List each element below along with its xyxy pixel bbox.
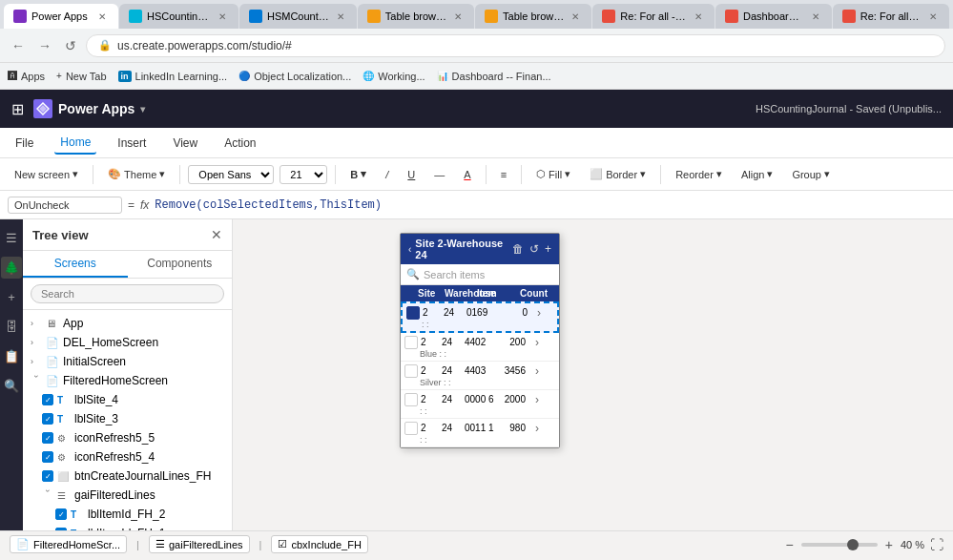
row-0-arrow-icon[interactable]: › <box>528 306 541 320</box>
tree-item-lblsite3[interactable]: ✓ T lblSite_3 <box>23 409 232 428</box>
tree-item-lblsite4[interactable]: ✓ T lblSite_4 <box>23 390 232 409</box>
plus-icon[interactable]: + <box>5 286 18 308</box>
iconrefresh5-4-checkbox[interactable]: ✓ <box>42 451 53 463</box>
expand-icon[interactable]: ⛶ <box>930 537 943 552</box>
font-select[interactable]: Open Sans <box>188 165 274 184</box>
gallery-row-2[interactable]: 2 24 4403 3456 › Silver : : <box>401 362 559 390</box>
tree-item-filtered-home[interactable]: › 📄 FilteredHomeScreen <box>23 371 232 390</box>
tab-email1[interactable]: Re: For all - Su... ✕ <box>592 4 715 29</box>
gallery-row-4-checkbox[interactable] <box>404 422 418 435</box>
font-size-select[interactable]: 21 <box>280 165 327 184</box>
tab-hs1[interactable]: HSCountingJo... ✕ <box>119 4 238 29</box>
btncreate-checkbox[interactable]: ✓ <box>42 470 53 482</box>
menu-home[interactable]: Home <box>54 132 96 155</box>
tree-item-gaifilteredlines[interactable]: › ☰ gaiFilteredLines <box>23 486 232 505</box>
tab-close-email2[interactable]: ✕ <box>926 10 940 23</box>
gallery-row-0-checkbox[interactable] <box>406 306 420 320</box>
bookmark-linkedin[interactable]: in LinkedIn Learning... <box>118 71 228 82</box>
gallery-search-bar[interactable]: 🔍 Search items <box>401 264 559 285</box>
tab-email2[interactable]: Re: For all - S... ✕ <box>833 4 949 29</box>
row-3-arrow-icon[interactable]: › <box>526 393 539 406</box>
gallery-row-3[interactable]: 2 24 0000 6 2000 › : : <box>401 390 559 419</box>
tree-item-del-home[interactable]: › 📄 DEL_HomeScreen <box>23 333 232 352</box>
zoom-out-button[interactable]: − <box>784 535 796 554</box>
waffle-icon[interactable]: ⊞ <box>11 100 24 118</box>
tree-search-input[interactable] <box>31 284 224 303</box>
tree-item-initial[interactable]: › 📄 InitialScreen <box>23 352 232 371</box>
tab-close-powerapps[interactable]: ✕ <box>95 10 109 23</box>
vars-icon[interactable]: 📋 <box>1 345 22 367</box>
forward-button[interactable]: → <box>34 34 55 57</box>
gallery-row-3-checkbox[interactable] <box>404 393 418 406</box>
url-bar[interactable]: 🔒 us.create.powerapps.com/studio/# <box>86 34 945 57</box>
bold-button[interactable]: B ▾ <box>343 165 373 183</box>
gallery-row-1-checkbox[interactable] <box>404 336 418 349</box>
zoom-in-button[interactable]: + <box>883 535 895 554</box>
app-title-chevron[interactable]: ▾ <box>140 104 145 114</box>
status-screen-0[interactable]: 📄 FilteredHomeScr... <box>10 535 127 553</box>
border-button[interactable]: ⬜ Border ▾ <box>583 165 653 183</box>
iconrefresh5-5-checkbox[interactable]: ✓ <box>42 432 53 444</box>
reorder-button[interactable]: Reorder ▾ <box>669 165 729 183</box>
gallery-refresh-icon[interactable]: ↺ <box>529 242 539 256</box>
tab-close-dashboard[interactable]: ✕ <box>809 10 822 23</box>
row-1-arrow-icon[interactable]: › <box>526 336 539 349</box>
tree-item-iconrefresh5-4[interactable]: ✓ ⚙ iconRefresh5_4 <box>23 447 232 467</box>
strikethrough-button[interactable]: — <box>427 166 451 183</box>
underline-button[interactable]: U <box>401 166 422 183</box>
zoom-thumb[interactable] <box>847 539 859 550</box>
tab-components[interactable]: Components <box>128 251 233 278</box>
bookmark-dashboard[interactable]: 📊 Dashboard -- Finan... <box>437 71 551 82</box>
align-text-button[interactable]: ≡ <box>494 166 513 183</box>
zoom-slider[interactable] <box>801 543 878 547</box>
gallery-row-1[interactable]: 2 24 4402 200 › Blue : : <box>401 333 559 362</box>
search-icon[interactable]: 🔍 <box>1 375 22 397</box>
menu-insert[interactable]: Insert <box>112 133 152 154</box>
lblitemid-fh2-checkbox[interactable]: ✓ <box>55 508 67 520</box>
tree-item-app[interactable]: › 🖥 App <box>23 314 232 333</box>
fill-button[interactable]: ⬡ Fill ▾ <box>529 165 577 183</box>
status-screen-2[interactable]: ☑ cbxInclude_FH <box>271 535 367 553</box>
reload-button[interactable]: ↺ <box>61 34 80 57</box>
tree-item-lblitemid-fh2[interactable]: ✓ T lblItemId_FH_2 <box>23 505 232 524</box>
tab-close-hs1[interactable]: ✕ <box>216 10 229 23</box>
status-screen-1[interactable]: ☰ gaiFilteredLines <box>149 535 250 553</box>
hamburger-icon[interactable]: ☰ <box>3 227 20 249</box>
bookmark-working[interactable]: 🌐 Working... <box>363 71 425 82</box>
formula-name-input[interactable]: OnUncheck <box>8 197 122 214</box>
tab-close-table2[interactable]: ✕ <box>569 10 582 23</box>
tree-close-button[interactable]: ✕ <box>211 227 222 242</box>
bookmark-newtab[interactable]: + New Tab <box>56 71 106 82</box>
row-4-arrow-icon[interactable]: › <box>526 422 539 435</box>
bookmark-apps[interactable]: 🅰 Apps <box>8 71 45 82</box>
menu-file[interactable]: File <box>10 133 39 154</box>
tab-screens[interactable]: Screens <box>23 251 128 278</box>
tree-view-icon[interactable]: 🌲 <box>1 257 22 279</box>
back-button[interactable]: ← <box>8 34 29 57</box>
bookmark-object[interactable]: 🔵 Object Localization... <box>238 71 351 82</box>
font-color-button[interactable]: A <box>457 166 477 183</box>
gallery-trash-icon[interactable]: 🗑 <box>512 242 524 256</box>
italic-button[interactable]: / <box>379 166 395 183</box>
canvas-area[interactable]: ‹ Site 2-Warehouse 24 🗑 ↺ + 🔍 Search ite… <box>233 219 953 530</box>
tab-close-hs2[interactable]: ✕ <box>334 10 347 23</box>
lblitemid-fh1-checkbox[interactable]: ✓ <box>55 528 67 530</box>
tab-table2[interactable]: Table browser... ✕ <box>475 4 591 29</box>
tab-hs2[interactable]: HSMCounting... ✕ <box>239 4 357 29</box>
new-screen-button[interactable]: New screen ▾ <box>8 165 85 183</box>
group-button[interactable]: Group ▾ <box>785 165 837 183</box>
tab-powerapps[interactable]: Power Apps ✕ <box>4 4 118 29</box>
tab-close-email1[interactable]: ✕ <box>692 10 705 23</box>
gallery-row-4[interactable]: 2 24 0011 1 980 › : : <box>401 419 559 447</box>
gallery-add-icon[interactable]: + <box>545 242 551 256</box>
menu-action[interactable]: Action <box>218 133 261 154</box>
tree-item-iconrefresh5-5[interactable]: ✓ ⚙ iconRefresh5_5 <box>23 428 232 447</box>
menu-view[interactable]: View <box>167 133 203 154</box>
lblsite4-checkbox[interactable]: ✓ <box>42 394 53 405</box>
row-2-arrow-icon[interactable]: › <box>526 364 539 378</box>
gallery-header[interactable]: ‹ Site 2-Warehouse 24 🗑 ↺ + <box>401 234 559 264</box>
gallery-row-0[interactable]: 2 24 0169 0 › : : <box>401 301 559 333</box>
tab-table1[interactable]: Table browser... ✕ <box>358 4 474 29</box>
lblsite3-checkbox[interactable]: ✓ <box>42 413 53 425</box>
tab-close-table1[interactable]: ✕ <box>451 10 465 23</box>
